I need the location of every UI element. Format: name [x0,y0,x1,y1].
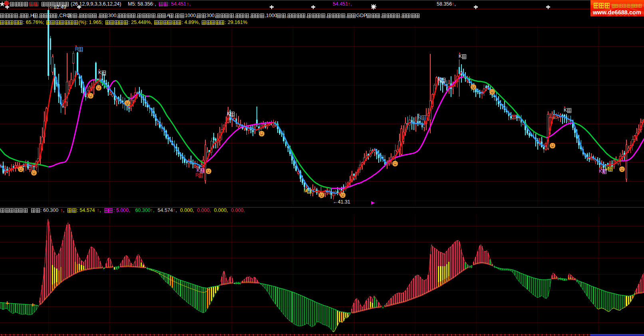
svg-text:300,: 300, [206,13,216,18]
svg-text:K: K [459,53,462,59]
svg-text:,: , [153,208,154,213]
svg-text:GDP,: GDP, [356,13,368,18]
svg-text:↑: ↑ [150,208,153,213]
svg-text:,: , [97,13,99,18]
svg-text:↑: ↑ [152,1,154,7]
svg-text:,: , [455,1,456,7]
svg-text:: 4.89%,: : 4.89%, [182,20,200,25]
svg-text:,: , [38,13,39,18]
svg-text:,: , [306,13,307,18]
svg-text:: 29.161%: : 29.161% [225,20,247,25]
svg-text:M5: 58.356: M5: 58.356 [128,1,153,7]
svg-text:K: K [564,107,567,113]
svg-text:↑: ↑ [452,1,454,7]
svg-text:,: , [136,13,137,18]
svg-text:,: , [351,1,352,7]
svg-text:0.000,: 0.000, [231,208,245,213]
svg-text:↑: ↑ [187,1,189,7]
svg-text:54.574: 54.574 [158,208,173,213]
svg-text:↑: ↑ [97,208,99,213]
svg-text:(26,12,9,9,3,3,6,12,24): (26,12,9,9,3,3,6,12,24) [71,1,121,7]
svg-text:,1000: ,1000 [264,13,277,18]
svg-text:M: M [304,188,308,194]
svg-text:,: , [381,13,382,18]
svg-text:: 54.574: : 54.574 [77,208,95,213]
svg-text:↑: ↑ [60,208,63,213]
svg-text:,: , [156,13,157,18]
svg-text:0.000,: 0.000, [197,208,211,213]
svg-text:R: R [75,46,79,52]
svg-text:K: K [438,77,441,83]
svg-text:,: , [400,13,402,18]
svg-text:www.de6688.com: www.de6688.com [592,9,641,16]
svg-text:,: , [326,13,327,18]
svg-text:: 60.300: : 60.300 [40,208,58,213]
svg-text:: 25.448%,: : 25.448%, [128,20,152,25]
svg-text:0.000,: 0.000, [180,208,194,213]
svg-text:: 54.451: : 54.451 [168,1,186,7]
svg-text:,: , [175,208,177,213]
svg-text:,: , [78,13,79,18]
svg-text:60.300: 60.300 [135,208,150,213]
svg-text:,: , [189,1,191,7]
svg-text:300,: 300, [108,13,118,18]
svg-text:1000,: 1000, [185,13,197,18]
svg-text:,: , [249,13,250,18]
svg-text:,: , [234,13,235,18]
svg-text:58.356: 58.356 [437,1,452,7]
svg-text:,: , [99,208,101,213]
svg-text:↑: ↑ [348,1,350,7]
svg-text:,: , [155,1,156,7]
svg-text:54.451: 54.451 [333,1,348,7]
svg-text:,H: ,H [29,13,34,18]
svg-text:,: , [174,13,175,18]
svg-text:(%): 1.965;: (%): 1.965; [78,20,103,25]
svg-text:←41.31: ←41.31 [333,199,350,205]
svg-text:0.000,: 0.000, [214,208,228,213]
svg-text:R: R [195,172,199,178]
svg-text:,: , [286,13,287,18]
svg-text:,: , [63,208,64,213]
svg-text:: 5.000,: : 5.000, [113,208,130,213]
svg-text:K: K [227,111,230,117]
svg-text:,: , [18,13,20,18]
svg-text:←82.49: ←82.49 [49,4,66,10]
svg-text:M: M [605,166,609,172]
svg-text:K: K [98,70,101,75]
svg-text:K: K [599,168,602,174]
svg-text:,: , [346,13,347,18]
svg-text:R: R [418,115,421,120]
svg-text:: 65.76%;: : 65.76%; [23,20,44,25]
svg-text:↑: ↑ [173,208,175,213]
